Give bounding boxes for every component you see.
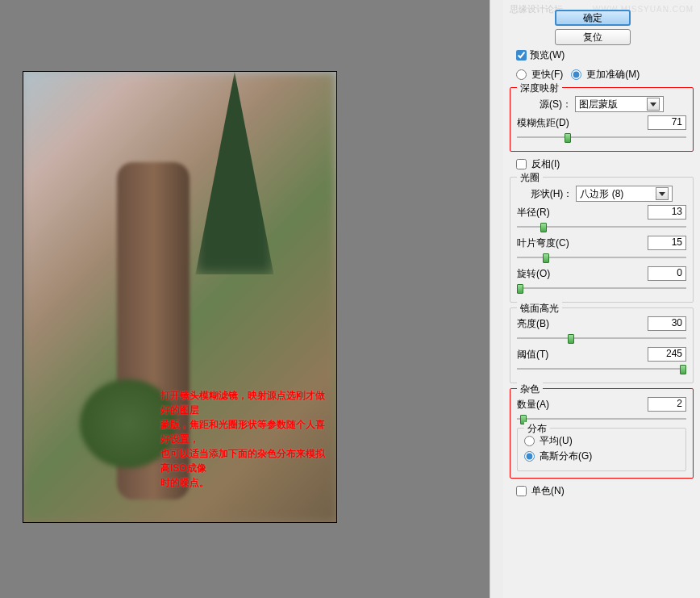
curvature-slider[interactable] xyxy=(517,252,686,263)
mono-label: 单色(N) xyxy=(531,484,565,498)
uniform-radio[interactable] xyxy=(524,436,535,446)
chevron-down-icon xyxy=(647,98,660,111)
slider-thumb[interactable] xyxy=(680,365,686,374)
curvature-label: 叶片弯度(C) xyxy=(517,236,569,250)
preview-image: 打开镜头模糊滤镜，映射源点选刚才做好的图层 蒙版，焦距和光圈形状等参数随个人喜好… xyxy=(23,71,337,523)
depth-map-group: 深度映射 源(S)： 图层蒙版 模糊焦距(D) 71 xyxy=(510,87,694,152)
radius-label: 半径(R) xyxy=(517,206,550,220)
curvature-input[interactable]: 15 xyxy=(648,236,686,250)
invert-label: 反相(I) xyxy=(531,157,560,171)
reset-button[interactable]: 复位 xyxy=(555,29,631,45)
gaussian-option[interactable]: 高斯分布(G) xyxy=(524,449,679,464)
shape-row: 形状(H)： 八边形 (8) xyxy=(517,186,686,202)
preview-label: 预览(W) xyxy=(530,48,565,62)
radius-row: 半径(R) 13 xyxy=(517,205,686,220)
preview-checkbox[interactable] xyxy=(516,50,527,61)
threshold-slider[interactable] xyxy=(517,363,686,374)
source-label: 源(S)： xyxy=(540,98,572,111)
vertical-scrollbar[interactable] xyxy=(490,0,503,598)
preview-checkbox-row: 预览(W) xyxy=(516,48,694,62)
faster-radio[interactable] xyxy=(516,69,527,80)
invert-checkbox[interactable] xyxy=(516,159,527,169)
rotation-input[interactable]: 0 xyxy=(648,266,686,281)
shape-label: 形状(H)： xyxy=(531,187,573,201)
noise-title: 杂色 xyxy=(517,383,543,396)
faster-option[interactable]: 更快(F) xyxy=(516,67,563,82)
radius-slider[interactable] xyxy=(517,221,686,232)
accurate-option[interactable]: 更加准确(M) xyxy=(571,67,640,82)
slider-thumb[interactable] xyxy=(543,253,549,263)
brightness-label: 亮度(B) xyxy=(517,317,549,331)
slider-track xyxy=(517,136,686,138)
depth-map-title: 深度映射 xyxy=(517,82,562,95)
focal-input[interactable]: 71 xyxy=(648,115,686,130)
focal-label: 模糊焦距(D) xyxy=(517,116,569,130)
annotation-text: 打开镜头模糊滤镜，映射源点选刚才做好的图层 蒙版，焦距和光圈形状等参数随个人喜好… xyxy=(160,388,328,490)
iris-group: 光圈 形状(H)： 八边形 (8) 半径(R) 13 叶片弯度(C) 15 旋转… xyxy=(510,177,694,303)
accurate-label: 更加准确(M) xyxy=(586,68,640,82)
focal-row: 模糊焦距(D) 71 xyxy=(517,115,686,130)
distribution-title: 分布 xyxy=(524,422,550,436)
rotation-slider[interactable] xyxy=(517,282,686,294)
slider-thumb[interactable] xyxy=(568,334,574,344)
threshold-label: 阈值(T) xyxy=(517,348,548,362)
preview-area: 打开镜头模糊滤镜，映射源点选刚才做好的图层 蒙版，焦距和光圈形状等参数随个人喜好… xyxy=(0,0,503,598)
noise-amount-label: 数量(A) xyxy=(517,398,549,412)
curvature-row: 叶片弯度(C) 15 xyxy=(517,236,686,250)
rotation-label: 旋转(O) xyxy=(517,267,550,281)
rotation-row: 旋转(O) 0 xyxy=(517,266,686,281)
uniform-label: 平均(U) xyxy=(540,434,573,448)
distribution-group: 分布 平均(U) 高斯分布(G) xyxy=(517,428,686,471)
noise-amount-input[interactable]: 2 xyxy=(648,397,686,412)
noise-amount-row: 数量(A) 2 xyxy=(517,397,686,412)
slider-thumb[interactable] xyxy=(517,284,523,294)
mono-row: 单色(N) xyxy=(516,483,694,499)
accurate-radio[interactable] xyxy=(571,69,581,80)
annotation-line: 蒙版，焦距和光圈形状等参数随个人喜好设置， xyxy=(160,417,328,446)
brightness-slider[interactable] xyxy=(517,332,686,344)
threshold-row: 阈值(T) 245 xyxy=(517,347,686,362)
slider-thumb[interactable] xyxy=(565,133,571,143)
source-value: 图层蒙版 xyxy=(579,98,618,111)
annotation-line: 时的噪点。 xyxy=(160,475,328,490)
source-select[interactable]: 图层蒙版 xyxy=(575,96,664,112)
source-row: 源(S)： 图层蒙版 xyxy=(517,96,686,112)
settings-panel: 思缘设计论坛 WWW.MISSYUAN.COM 确定 复位 预览(W) 更快(F… xyxy=(503,0,700,598)
annotation-line: 也可以适当添加下面的杂色分布来模拟高ISO成像 xyxy=(160,446,328,475)
brightness-row: 亮度(B) 30 xyxy=(517,316,686,331)
specular-group: 镜面高光 亮度(B) 30 阈值(T) 245 xyxy=(510,307,694,383)
ok-button[interactable]: 确定 xyxy=(555,10,631,26)
iris-title: 光圈 xyxy=(517,171,543,185)
annotation-line: 打开镜头模糊滤镜，映射源点选刚才做好的图层 xyxy=(160,388,328,417)
shape-value: 八边形 (8) xyxy=(580,187,623,201)
top-meta: 思缘设计论坛 WWW.MISSYUAN.COM 确定 复位 xyxy=(510,3,694,44)
gaussian-label: 高斯分布(G) xyxy=(540,450,592,463)
radius-input[interactable]: 13 xyxy=(648,205,686,220)
threshold-input[interactable]: 245 xyxy=(648,347,686,362)
specular-title: 镜面高光 xyxy=(517,302,562,316)
mono-checkbox[interactable] xyxy=(516,486,527,496)
gaussian-radio[interactable] xyxy=(524,451,535,462)
noise-group: 杂色 数量(A) 2 分布 平均(U) 高斯分布(G) xyxy=(510,388,694,479)
faster-label: 更快(F) xyxy=(531,68,563,82)
shape-select[interactable]: 八边形 (8) xyxy=(576,186,673,202)
brightness-input[interactable]: 30 xyxy=(648,316,686,331)
chevron-down-icon xyxy=(656,187,669,200)
invert-row: 反相(I) xyxy=(516,157,694,172)
slider-thumb[interactable] xyxy=(540,223,547,232)
quality-row: 更快(F) 更加准确(M) xyxy=(516,67,694,82)
focal-slider[interactable] xyxy=(517,132,686,143)
